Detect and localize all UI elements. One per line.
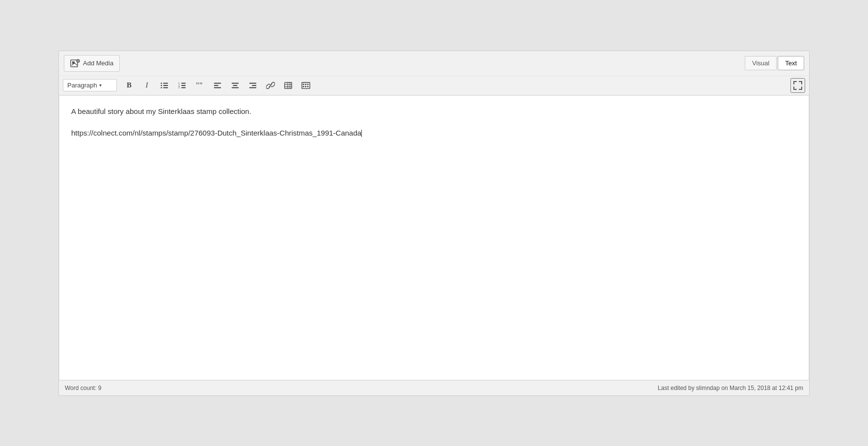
toolbar: Paragraph ▾ B I 1	[59, 76, 809, 95]
ol-icon: 1 2 3	[178, 81, 187, 90]
add-media-icon	[70, 58, 80, 68]
editor-wrapper: Add Media Visual Text Paragraph ▾ B I	[58, 51, 810, 396]
svg-rect-27	[249, 83, 256, 84]
align-left-button[interactable]	[209, 78, 226, 93]
svg-rect-38	[303, 84, 304, 85]
top-bar: Add Media Visual Text	[59, 51, 809, 76]
visual-button[interactable]: Visual	[745, 56, 777, 70]
view-toggle: Visual Text	[745, 56, 804, 70]
svg-rect-14	[181, 85, 186, 86]
svg-rect-42	[305, 85, 306, 87]
table2-button[interactable]	[298, 78, 314, 93]
link-button[interactable]	[262, 78, 279, 93]
svg-rect-36	[285, 82, 288, 84]
svg-rect-9	[163, 87, 168, 88]
align-right-button[interactable]	[244, 78, 261, 93]
paragraph-select[interactable]: Paragraph ▾	[63, 79, 117, 91]
svg-rect-26	[232, 87, 239, 88]
italic-button[interactable]: I	[138, 78, 155, 93]
text-cursor	[361, 130, 362, 137]
svg-rect-41	[303, 85, 304, 87]
blockquote-icon: " "	[195, 81, 204, 90]
svg-rect-25	[233, 85, 238, 86]
svg-rect-21	[214, 83, 221, 84]
paragraph-dropdown-arrow: ▾	[99, 83, 102, 88]
add-media-label: Add Media	[83, 59, 113, 67]
text-button[interactable]: Text	[778, 56, 804, 70]
add-media-button[interactable]: Add Media	[64, 55, 120, 72]
svg-rect-37	[302, 82, 310, 88]
align-center-icon	[231, 81, 240, 90]
align-center-button[interactable]	[227, 78, 244, 93]
svg-rect-15	[181, 87, 186, 88]
svg-rect-13	[181, 83, 186, 84]
editor-line-2: https://colnect.com/nl/stamps/stamp/2760…	[71, 127, 797, 139]
svg-rect-29	[249, 87, 256, 88]
align-left-icon	[213, 81, 222, 90]
table-button[interactable]	[280, 78, 297, 93]
svg-text:": "	[199, 81, 203, 90]
word-count: Word count: 9	[65, 385, 101, 391]
bold-button[interactable]: B	[121, 78, 137, 93]
last-edited: Last edited by slimndap on March 15, 201…	[658, 385, 803, 391]
blockquote-button[interactable]: " "	[191, 78, 208, 93]
svg-point-10	[161, 83, 162, 84]
status-bar: Word count: 9 Last edited by slimndap on…	[59, 380, 809, 395]
fullscreen-button[interactable]	[790, 78, 805, 93]
link-icon	[266, 81, 275, 90]
ul-icon	[160, 81, 169, 90]
svg-rect-43	[307, 85, 309, 87]
svg-rect-22	[214, 85, 218, 86]
table2-icon	[301, 81, 310, 90]
svg-point-12	[161, 87, 162, 88]
svg-rect-23	[214, 87, 221, 88]
svg-text:3: 3	[178, 86, 180, 89]
svg-rect-39	[305, 84, 306, 85]
paragraph-label: Paragraph	[67, 82, 97, 89]
editor-area[interactable]: A beautiful story about my Sinterklaas s…	[59, 95, 809, 380]
align-right-icon	[248, 81, 257, 90]
svg-rect-40	[307, 84, 309, 85]
svg-rect-8	[163, 85, 168, 86]
svg-text:": "	[196, 81, 199, 90]
svg-line-3	[75, 63, 77, 65]
editor-line-1: A beautiful story about my Sinterklaas s…	[71, 106, 797, 117]
svg-point-11	[161, 84, 162, 86]
editor-content: A beautiful story about my Sinterklaas s…	[71, 106, 797, 139]
svg-rect-7	[163, 83, 168, 84]
svg-rect-28	[252, 85, 256, 86]
ordered-list-button[interactable]: 1 2 3	[174, 78, 190, 93]
unordered-list-button[interactable]	[156, 78, 173, 93]
svg-rect-24	[232, 83, 239, 84]
table-icon	[284, 81, 293, 90]
fullscreen-icon	[793, 81, 803, 90]
